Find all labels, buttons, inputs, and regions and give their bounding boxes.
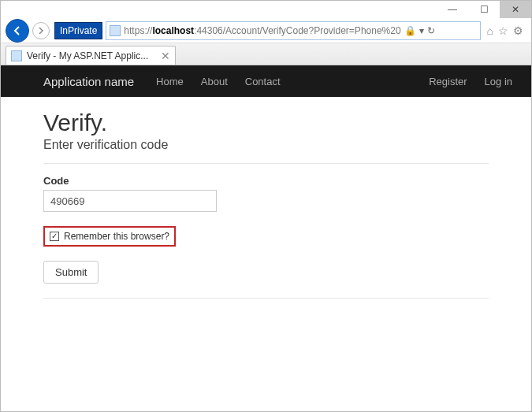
- nav-login[interactable]: Log in: [485, 76, 512, 87]
- favorites-icon[interactable]: ☆: [498, 24, 508, 37]
- nav-home[interactable]: Home: [156, 76, 184, 87]
- url-dropdown-icon[interactable]: ▾: [419, 25, 424, 36]
- url-input[interactable]: https://localhost:44306/Account/VerifyCo…: [106, 21, 480, 40]
- tab-close-button[interactable]: ✕: [161, 50, 170, 62]
- submit-button[interactable]: Submit: [43, 261, 99, 284]
- remember-browser-label: Remember this browser?: [64, 231, 169, 242]
- page-title: Verify.: [43, 109, 489, 136]
- inprivate-badge: InPrivate: [54, 22, 102, 39]
- lock-icon: 🔒: [404, 25, 416, 36]
- window-close-button[interactable]: ✕: [500, 1, 531, 18]
- browser-toolbar-icons: ⌂ ☆ ⚙: [484, 24, 526, 37]
- window-minimize-button[interactable]: —: [437, 1, 468, 18]
- tab-title: Verify - My ASP.NET Applic...: [27, 50, 156, 61]
- address-bar: InPrivate https://localhost:44306/Accoun…: [1, 18, 531, 43]
- arrow-left-icon: [11, 24, 24, 37]
- forward-button[interactable]: [32, 22, 50, 39]
- nav-contact[interactable]: Contact: [245, 76, 281, 87]
- window-controls: — ☐ ✕: [1, 1, 531, 18]
- tab-strip: Verify - My ASP.NET Applic... ✕: [1, 43, 531, 65]
- arrow-right-icon: [37, 27, 45, 35]
- code-label: Code: [43, 175, 489, 187]
- url-text: https://localhost:44306/Account/VerifyCo…: [124, 25, 400, 36]
- page-icon: [110, 25, 121, 36]
- nav-about[interactable]: About: [201, 76, 228, 87]
- code-input[interactable]: 490669: [43, 190, 217, 212]
- nav-register[interactable]: Register: [429, 76, 467, 87]
- refresh-icon[interactable]: ↻: [427, 25, 435, 36]
- divider: [43, 163, 489, 164]
- back-button[interactable]: [6, 19, 29, 43]
- settings-icon[interactable]: ⚙: [513, 24, 523, 37]
- brand-link[interactable]: Application name: [43, 75, 134, 88]
- site-navbar: Application name Home About Contact Regi…: [1, 65, 531, 97]
- browser-tab[interactable]: Verify - My ASP.NET Applic... ✕: [6, 46, 176, 65]
- tab-favicon-icon: [11, 50, 22, 61]
- main-container: Verify. Enter verification code Code 490…: [1, 97, 531, 322]
- home-icon[interactable]: ⌂: [487, 24, 493, 37]
- remember-browser-checkbox-row[interactable]: ✓ Remember this browser?: [43, 226, 176, 247]
- window-maximize-button[interactable]: ☐: [468, 1, 500, 18]
- page-content: Application name Home About Contact Regi…: [1, 65, 531, 322]
- page-subtitle: Enter verification code: [43, 138, 489, 152]
- divider-bottom: [43, 298, 489, 299]
- checkbox-icon[interactable]: ✓: [50, 232, 59, 241]
